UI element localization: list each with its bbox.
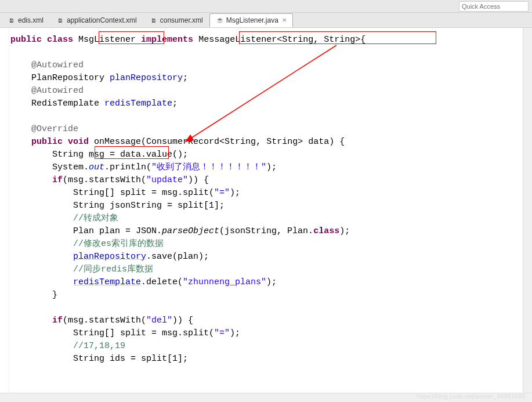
code-editor[interactable]: public class MsgListener implements Mess… [0,28,532,399]
string-literal: "update" [146,175,188,185]
code-text: (jsonString, Plan. [219,226,313,236]
annotation: @Autowired [31,86,84,96]
xml-file-icon: 🗎 [150,16,158,24]
field-type: PlanRepository [31,73,104,83]
code-text: .println( [104,162,151,172]
field-name: planRepository [110,73,183,83]
keyword: implements [141,35,193,45]
string-literal: "收到了消息！！！！！！！" [151,162,266,172]
keyword: if [52,175,63,185]
quick-access-input[interactable] [459,1,529,12]
tab-label: consumer.xml [160,16,203,24]
tab-label: edis.xml [18,16,44,24]
string-literal: "=" [214,328,230,338]
close-icon[interactable]: ✕ [282,17,287,23]
top-toolbar [0,0,532,13]
horizontal-scrollbar[interactable] [0,393,532,402]
field-name: redisTemplate [104,99,172,108]
code-text: System. [52,162,89,172]
code-text: .delete( [141,277,183,287]
code-text: .save(plan); [146,252,209,262]
code-text: String jsonString = split[1]; [73,201,225,211]
keyword: public [31,137,63,147]
comment: //同步redis库数据 [73,265,153,274]
vertical-scrollbar[interactable] [523,28,532,393]
editor-tabs: 🗎 edis.xml 🗎 applicationContext.xml 🗎 co… [0,13,532,28]
interface-name: MessageListener<String, String> [198,35,360,45]
keyword: void [68,137,89,147]
string-literal: "zhunneng_plans" [183,277,266,287]
code-text: ); [266,162,277,172]
keyword: public [10,35,42,45]
comment: //修改es索引库的数据 [73,239,164,249]
code-text: (msg.startsWith( [63,175,146,185]
code-text: (msg.startsWith( [63,316,146,325]
code-text: )) { [188,175,209,185]
code-text: ); [230,328,240,338]
xml-file-icon: 🗎 [56,16,64,24]
static-field: out [89,162,104,172]
keyword: class [313,226,339,236]
keyword: if [52,316,63,325]
tab-application-context[interactable]: 🗎 applicationContext.xml [50,13,143,27]
code-text: Plan plan = JSON. [73,226,162,236]
field-ref: planRepository [73,252,146,262]
code-text: = data.value(); [104,150,188,160]
code-text: )) { [172,316,193,325]
annotation: @Autowired [31,60,84,70]
var-name: msg [89,150,104,160]
string-literal: "del" [146,316,172,325]
code-text: String[] split = msg.split( [73,188,214,198]
code-text: String ids = split[1]; [73,354,188,364]
tab-msglistener-java[interactable]: ☕ MsgListener.java ✕ [209,13,293,27]
code-text: ); [266,277,277,287]
tab-label: applicationContext.xml [67,16,137,24]
field-ref: redisTemplate [73,277,141,287]
xml-file-icon: 🗎 [8,16,16,24]
code-text: ); [339,226,350,236]
tab-label: MsgListener.java [226,16,278,24]
tab-edis-xml[interactable]: 🗎 edis.xml [1,13,50,27]
comment: //转成对象 [73,213,118,223]
editor-gutter [0,28,9,399]
keyword: class [47,35,73,45]
string-literal: "=" [214,188,230,198]
method-name: onMessage [94,137,141,147]
brace: { [360,35,365,45]
code-text: String[] split = msg.split( [73,328,214,338]
comment: //17,18,19 [73,341,125,351]
method-params: (ConsumerRecord<String, String> data) { [141,137,345,147]
code-text: ); [230,188,240,198]
java-file-icon: ☕ [216,16,224,24]
code-text: String [52,150,89,160]
brace: } [52,290,57,300]
static-method: parseObject [162,226,219,236]
annotation: @Override [31,124,78,134]
field-type: RedisTemplate [31,99,99,108]
tab-consumer-xml[interactable]: 🗎 consumer.xml [143,13,209,27]
code-content: public class MsgListener implements Mess… [10,34,365,365]
class-name: MsgListener [78,35,136,45]
